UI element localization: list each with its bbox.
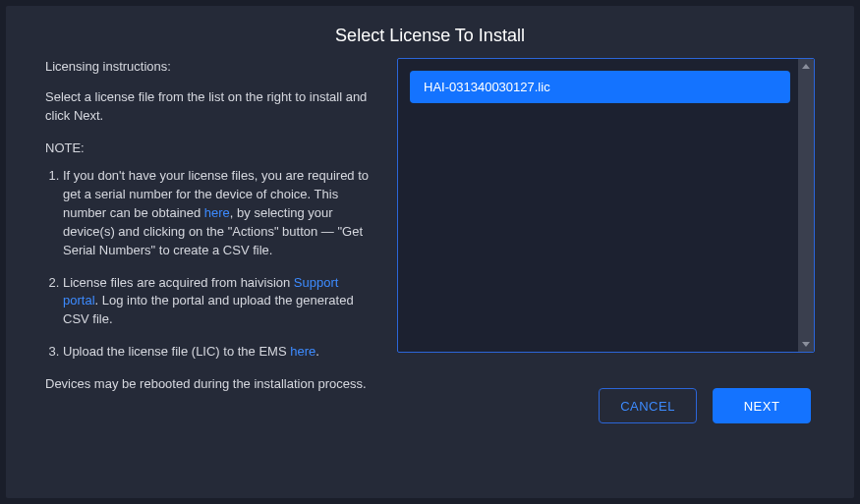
license-file-item[interactable]: HAI-031340030127.lic (410, 71, 790, 103)
right-panel: HAI-031340030127.lic CANCEL NEXT (397, 58, 815, 423)
instructions-panel: Licensing instructions: Select a license… (45, 58, 370, 423)
ems-upload-link[interactable]: here (290, 344, 315, 359)
instruction-item-3: Upload the license file (LIC) to the EMS… (63, 343, 370, 362)
instruction-3-text-post: . (315, 344, 319, 359)
instruction-item-1: If you don't have your license files, yo… (63, 167, 370, 259)
instruction-2-text-post: . Log into the portal and upload the gen… (63, 293, 354, 326)
serial-number-link[interactable]: here (204, 205, 230, 220)
dialog-title: Select License To Install (6, 6, 854, 58)
dialog-buttons: CANCEL NEXT (397, 388, 815, 423)
license-file-listbox[interactable]: HAI-031340030127.lic (397, 58, 815, 353)
note-label: NOTE: (45, 140, 370, 158)
license-install-dialog: Select License To Install Licensing inst… (6, 6, 854, 498)
dialog-body: Licensing instructions: Select a license… (6, 58, 854, 423)
instruction-item-2: License files are acquired from haivisio… (63, 274, 370, 330)
instructions-list: If you don't have your license files, yo… (45, 167, 370, 362)
reboot-warning: Devices may be rebooted during the insta… (45, 375, 370, 394)
next-button[interactable]: NEXT (713, 388, 811, 423)
scroll-down-icon[interactable] (802, 342, 810, 347)
instructions-heading: Licensing instructions: (45, 58, 370, 77)
instruction-3-text-pre: Upload the license file (LIC) to the EMS (63, 344, 290, 359)
scroll-up-icon[interactable] (802, 64, 810, 69)
instruction-2-text-pre: License files are acquired from haivisio… (63, 275, 294, 290)
listbox-scrollbar[interactable] (798, 59, 814, 352)
cancel-button[interactable]: CANCEL (599, 388, 697, 423)
instructions-intro: Select a license file from the list on t… (45, 88, 370, 126)
